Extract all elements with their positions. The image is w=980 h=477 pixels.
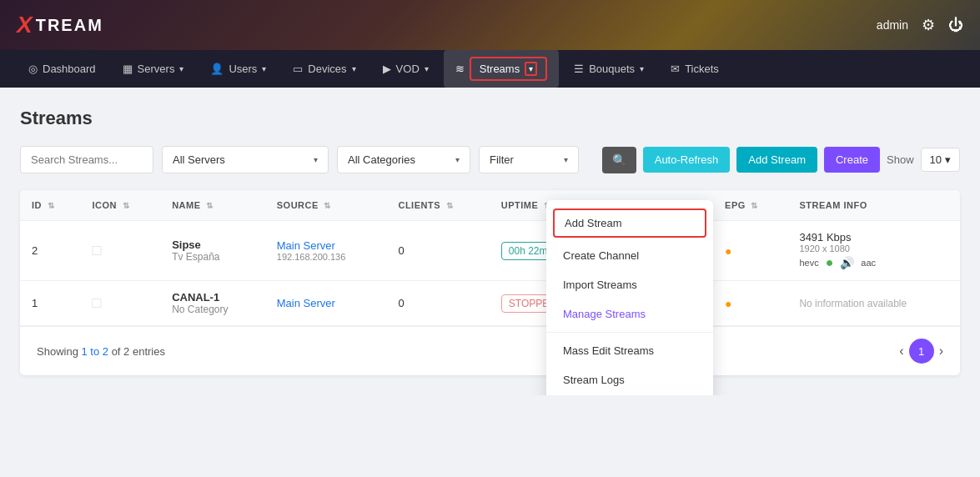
dashboard-icon: ◎ [28,63,38,75]
bouquets-icon: ☰ [574,63,584,75]
nav-label-servers: Servers [138,63,175,75]
stream-resolution: 1920 x 1080 [799,244,948,254]
no-info-text: No information available [799,298,907,309]
autorefresh-button[interactable]: Auto-Refresh [643,147,731,173]
nav-label-tickets: Tickets [685,63,719,75]
create-channel-label: Create Channel [563,249,639,262]
streams-active-box[interactable]: Streams ▾ [470,57,547,81]
search-button[interactable]: 🔍 [602,147,636,173]
chevron-down-icon: ▾ [455,155,460,164]
prev-page-button[interactable]: ‹ [899,344,903,359]
col-id: ID ⇅ [20,190,81,221]
table-row: 2 □ Sipse Tv España Main Server 192.168.… [20,221,960,281]
sort-icon[interactable]: ⇅ [123,201,130,210]
cell-epg: ● [713,221,787,281]
nav-item-streams[interactable]: ≋ Streams ▾ [444,50,559,88]
chevron-down-icon: ▾ [179,64,183,73]
tickets-icon: ✉ [671,63,680,75]
cell-icon: □ [81,221,161,281]
dropdown-item-import-streams[interactable]: Import Streams [546,270,713,299]
logo-text: TREAM [36,16,103,35]
col-icon: ICON ⇅ [81,190,161,221]
sort-icon[interactable]: ⇅ [324,201,331,210]
dropdown-item-stream-tools[interactable]: Stream Tools [546,394,713,395]
create-button[interactable]: Create [824,147,880,173]
pagination: ‹ 1 › [899,339,943,364]
chevron-down-icon: ▾ [564,155,568,164]
all-categories-label: All Categories [348,153,415,166]
stream-category: No Category [172,304,254,315]
add-stream-button[interactable]: Add Stream [736,147,817,173]
mass-edit-label: Mass Edit Streams [563,344,654,357]
dropdown-item-add-stream[interactable]: Add Stream [553,208,706,238]
nav-item-vod[interactable]: ▶ VOD ▾ [371,56,440,82]
sort-icon[interactable]: ⇅ [446,201,454,210]
sort-icon[interactable]: ⇅ [751,201,758,210]
nav-item-servers[interactable]: ▦ Servers ▾ [111,56,196,82]
cell-id: 2 [20,221,81,281]
stream-icon-placeholder: □ [93,242,102,259]
sort-icon[interactable]: ⇅ [206,201,214,210]
source-ip: 192.168.200.136 [277,252,375,262]
settings-icon[interactable]: ⚙ [922,16,935,34]
col-name: NAME ⇅ [160,190,265,221]
table-row: 1 □ CANAL-1 No Category Main Server 0 ST… [20,281,960,326]
filter-select[interactable]: Filter ▾ [479,146,579,173]
show-count-select[interactable]: 10 ▾ [921,148,960,172]
nav-label-bouquets: Bouquets [589,63,635,75]
header: X TREAM admin ⚙ ⏻ [0,0,980,50]
all-servers-select[interactable]: All Servers ▾ [162,146,329,173]
table-footer: Showing 1 to 2 of 2 entries ‹ 1 › [20,326,960,375]
stream-audio-codec: aac [861,258,876,268]
power-icon[interactable]: ⏻ [948,17,963,34]
dropdown-item-create-channel[interactable]: Create Channel [546,241,713,270]
nav-item-tickets[interactable]: ✉ Tickets [659,56,731,82]
showing-text: Showing 1 to 2 of 2 entries [37,345,165,358]
nav-label-devices: Devices [308,63,346,75]
dropdown-item-manage-streams[interactable]: Manage Streams [546,299,713,329]
streams-table: ID ⇅ ICON ⇅ NAME ⇅ SOURCE ⇅ CLIENTS ⇅ UP… [20,190,960,326]
filter-label: Filter [490,153,514,166]
search-input[interactable] [20,146,153,173]
stream-status-dot: ● [826,255,834,270]
toolbar-right: 🔍 Auto-Refresh Add Stream Create Show 10… [602,147,960,173]
chevron-down-icon: ▾ [425,64,429,73]
cell-source: Main Server 192.168.200.136 [265,221,387,281]
import-streams-label: Import Streams [563,279,637,291]
page-1-button[interactable]: 1 [909,339,934,364]
servers-icon: ▦ [123,63,133,75]
next-page-button[interactable]: › [939,344,943,359]
dropdown-item-stream-logs[interactable]: Stream Logs [546,365,713,394]
admin-label: admin [877,18,908,32]
cell-id: 1 [20,281,81,326]
nav-label-streams: Streams [480,63,520,75]
nav-item-devices[interactable]: ▭ Devices ▾ [281,56,367,82]
nav-item-bouquets[interactable]: ☰ Bouquets ▾ [562,56,656,82]
epg-status-icon: ● [725,244,731,258]
users-icon: 👤 [210,63,224,75]
sort-icon[interactable]: ⇅ [48,201,55,210]
source-name: Main Server [277,297,375,309]
audio-icon: 🔊 [840,256,854,269]
col-epg: EPG ⇅ [713,190,787,221]
logo-x-icon: X [17,12,33,38]
stream-codec: hevc [799,258,818,268]
cell-name: Sipse Tv España [160,221,265,281]
show-count-value: 10 [930,153,942,166]
all-categories-select[interactable]: All Categories ▾ [337,146,470,173]
col-source: SOURCE ⇅ [265,190,387,221]
manage-streams-label: Manage Streams [563,308,646,320]
logo: X TREAM [17,12,103,38]
cell-icon: □ [81,281,161,326]
dropdown-item-mass-edit[interactable]: Mass Edit Streams [546,336,713,365]
stream-name: CANAL-1 [172,291,254,304]
page-range-link[interactable]: 1 to 2 [81,345,108,358]
cell-stream-info: No information available [787,281,960,326]
cell-clients: 0 [386,281,489,326]
col-stream-info: STREAM INFO [787,190,960,221]
nav-item-users[interactable]: 👤 Users ▾ [199,56,278,82]
toolbar: All Servers ▾ All Categories ▾ Filter ▾ … [20,146,960,173]
nav-label-vod: VOD [396,63,420,75]
epg-status-icon: ● [725,297,731,310]
nav-item-dashboard[interactable]: ◎ Dashboard [17,56,108,82]
